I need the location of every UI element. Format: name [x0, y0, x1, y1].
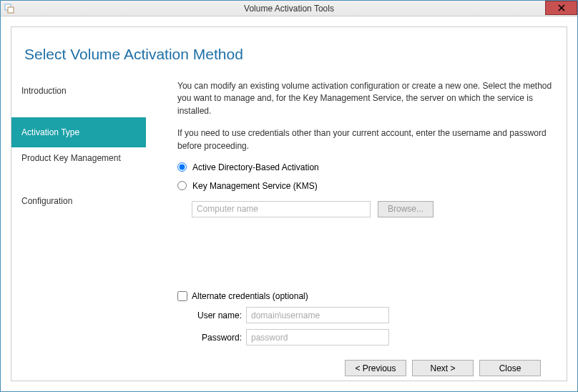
intro-paragraph-2: If you need to use credentials other tha… [177, 127, 554, 152]
password-input[interactable] [246, 329, 389, 346]
sidebar: Introduction Activation Type Product Key… [11, 80, 146, 381]
radio-row-ad: Active Directory-Based Activation [177, 162, 554, 172]
radio-ad-label: Active Directory-Based Activation [192, 162, 319, 172]
titlebar: Volume Activation Tools [1, 1, 577, 16]
window-title: Volume Activation Tools [1, 4, 577, 14]
alt-cred-checkbox-row: Alternate credentials (optional) [177, 291, 554, 301]
alt-credentials-block: Alternate credentials (optional) User na… [177, 291, 554, 346]
kms-subrow: Browse... [192, 201, 554, 217]
password-label: Password: [192, 333, 242, 343]
panel: Select Volume Activation Method Introduc… [11, 26, 567, 381]
window: Volume Activation Tools Select Volume Ac… [0, 0, 578, 392]
wizard-footer: < Previous Next > Close [177, 353, 554, 381]
browse-button[interactable]: Browse... [378, 201, 434, 217]
close-button[interactable]: Close [479, 360, 541, 376]
main-content: You can modify an existing volume activa… [146, 80, 567, 381]
computer-name-input[interactable] [192, 201, 371, 217]
username-row: User name: [192, 307, 554, 323]
alt-cred-label: Alternate credentials (optional) [192, 291, 308, 301]
radio-row-kms: Key Management Service (KMS) [177, 181, 554, 191]
radio-kms-label: Key Management Service (KMS) [192, 181, 318, 191]
alt-cred-checkbox[interactable] [177, 291, 187, 301]
password-row: Password: [192, 329, 554, 346]
content-wrap: Select Volume Activation Method Introduc… [1, 16, 577, 391]
intro-paragraph-1: You can modify an existing volume activa… [177, 80, 554, 117]
radio-ad-based[interactable] [177, 162, 187, 172]
next-button[interactable]: Next > [412, 360, 474, 376]
sidebar-item-introduction[interactable]: Introduction [11, 80, 146, 102]
sidebar-item-configuration[interactable]: Configuration [11, 190, 146, 212]
two-column-layout: Introduction Activation Type Product Key… [11, 80, 567, 381]
previous-button[interactable]: < Previous [345, 360, 406, 376]
intro-text: You can modify an existing volume activa… [177, 80, 554, 162]
page-title: Select Volume Activation Method [11, 27, 567, 80]
username-input[interactable] [246, 307, 389, 323]
svg-rect-1 [8, 7, 14, 13]
username-label: User name: [192, 310, 242, 320]
sidebar-item-activation-type[interactable]: Activation Type [11, 117, 146, 147]
close-window-button[interactable] [545, 1, 577, 15]
spacer [177, 217, 554, 291]
radio-kms[interactable] [177, 181, 187, 190]
sidebar-item-product-key-management[interactable]: Product Key Management [11, 147, 146, 169]
app-icon [4, 3, 15, 14]
